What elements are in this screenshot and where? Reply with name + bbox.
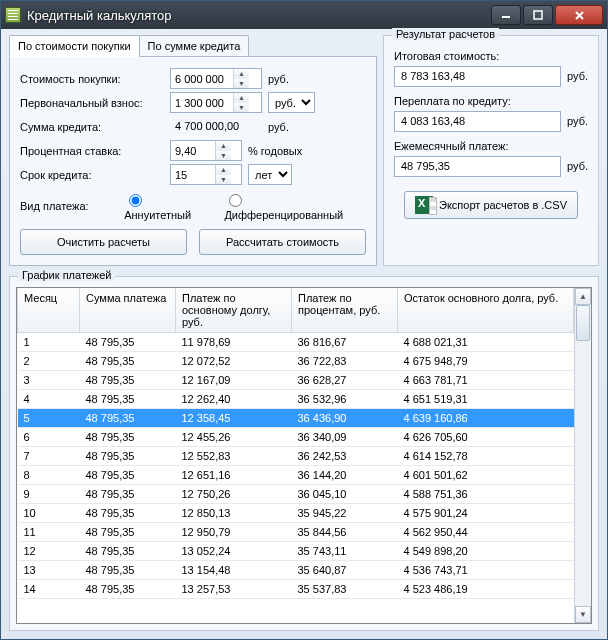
table-row[interactable]: 1148 795,3512 950,7935 844,564 562 950,4… [18, 523, 574, 542]
spin-down-icon[interactable]: ▼ [234, 103, 249, 113]
unit-rub: руб. [567, 70, 588, 82]
payments-table: Месяц Сумма платежа Платеж по основному … [17, 288, 574, 599]
svg-rect-1 [534, 11, 542, 19]
payment-type-label: Вид платежа: [20, 200, 114, 212]
app-window: Кредитный калькулятор По стоимости покуп… [0, 0, 608, 640]
table-row[interactable]: 1348 795,3513 154,4835 640,874 536 743,7… [18, 561, 574, 580]
calculate-button[interactable]: Рассчитать стоимость [199, 229, 366, 255]
table-row[interactable]: 1048 795,3512 850,1335 945,224 575 901,2… [18, 504, 574, 523]
price-label: Стоимость покупки: [20, 73, 170, 85]
price-input[interactable]: ▲▼ [170, 68, 262, 89]
credit-sum-label: Сумма кредита: [20, 121, 170, 133]
spin-up-icon[interactable]: ▲ [234, 69, 249, 79]
schedule-group-label: График платежей [18, 269, 115, 281]
table-row[interactable]: 348 795,3512 167,0936 628,274 663 781,71 [18, 371, 574, 390]
schedule-group: График платежей Месяц Сумма платежа Плат… [9, 276, 599, 631]
table-row[interactable]: 148 795,3511 978,6936 816,674 688 021,31 [18, 333, 574, 352]
clear-button[interactable]: Очистить расчеты [20, 229, 187, 255]
radio-annuity[interactable]: Аннуитетный [124, 191, 214, 221]
overpayment-label: Переплата по кредиту: [394, 95, 588, 107]
table-row[interactable]: 448 795,3512 262,4036 532,964 651 519,31 [18, 390, 574, 409]
credit-sum-value: 4 700 000,00 [170, 116, 262, 137]
unit-rub: руб. [567, 115, 588, 127]
rate-unit: % годовых [248, 145, 302, 157]
window-title: Кредитный калькулятор [27, 8, 489, 23]
spin-down-icon[interactable]: ▼ [234, 79, 249, 89]
spin-up-icon[interactable]: ▲ [234, 93, 249, 103]
overpayment-value: 4 083 163,48 [394, 111, 561, 132]
table-row[interactable]: 648 795,3512 455,2636 340,094 626 705,60 [18, 428, 574, 447]
table-row[interactable]: 548 795,3512 358,4536 436,904 639 160,86 [18, 409, 574, 428]
spin-up-icon[interactable]: ▲ [216, 165, 231, 175]
tab-by-sum[interactable]: По сумме кредита [139, 35, 250, 56]
tab-panel: Стоимость покупки: ▲▼ руб. Первоначальны… [9, 56, 377, 266]
scroll-down-icon[interactable]: ▼ [575, 606, 591, 623]
monthly-label: Ежемесячный платеж: [394, 140, 588, 152]
app-icon [5, 7, 21, 23]
table-row[interactable]: 948 795,3512 750,2636 045,104 588 751,36 [18, 485, 574, 504]
rate-label: Процентная ставка: [20, 145, 170, 157]
rate-input[interactable]: ▲▼ [170, 140, 242, 161]
col-principal[interactable]: Платеж по основному долгу, руб. [176, 288, 292, 333]
downpayment-label: Первоначальный взнос: [20, 97, 170, 109]
table-row[interactable]: 848 795,3512 651,1636 144,204 601 501,62 [18, 466, 574, 485]
term-label: Срок кредита: [20, 169, 170, 181]
total-cost-label: Итоговая стоимость: [394, 50, 588, 62]
excel-icon [415, 196, 433, 214]
scroll-up-icon[interactable]: ▲ [575, 288, 591, 305]
unit-rub: руб. [567, 160, 588, 172]
export-csv-button[interactable]: Экспорт расчетов в .CSV [404, 191, 578, 219]
minimize-button[interactable] [491, 5, 521, 25]
tab-by-price[interactable]: По стоимости покупки [9, 35, 140, 57]
monthly-value: 48 795,35 [394, 156, 561, 177]
spin-down-icon[interactable]: ▼ [216, 151, 231, 161]
col-balance[interactable]: Остаток основного долга, руб. [398, 288, 574, 333]
results-group: Результат расчетов Итоговая стоимость: 8… [383, 35, 599, 266]
titlebar: Кредитный калькулятор [1, 1, 607, 29]
close-button[interactable] [555, 5, 603, 25]
maximize-button[interactable] [523, 5, 553, 25]
downpayment-unit-select[interactable]: руб. [268, 92, 315, 113]
results-group-label: Результат расчетов [392, 28, 499, 40]
table-row[interactable]: 1448 795,3513 257,5335 537,834 523 486,1… [18, 580, 574, 599]
credit-sum-unit: руб. [268, 121, 289, 133]
table-row[interactable]: 248 795,3512 072,5236 722,834 675 948,79 [18, 352, 574, 371]
term-unit-select[interactable]: лет [248, 164, 292, 185]
scroll-thumb[interactable] [576, 305, 590, 341]
total-cost-value: 8 783 163,48 [394, 66, 561, 87]
term-input[interactable]: ▲▼ [170, 164, 242, 185]
col-month[interactable]: Месяц [18, 288, 80, 333]
downpayment-input[interactable]: ▲▼ [170, 92, 262, 113]
col-total[interactable]: Сумма платежа [80, 288, 176, 333]
spin-down-icon[interactable]: ▼ [216, 175, 231, 185]
table-row[interactable]: 748 795,3512 552,8336 242,534 614 152,78 [18, 447, 574, 466]
spin-up-icon[interactable]: ▲ [216, 141, 231, 151]
table-row[interactable]: 1248 795,3513 052,2435 743,114 549 898,2… [18, 542, 574, 561]
price-unit: руб. [268, 73, 289, 85]
vertical-scrollbar[interactable]: ▲ ▼ [574, 288, 591, 623]
col-interest[interactable]: Платеж по процентам, руб. [292, 288, 398, 333]
radio-differentiated[interactable]: Дифференцированный [224, 191, 366, 221]
